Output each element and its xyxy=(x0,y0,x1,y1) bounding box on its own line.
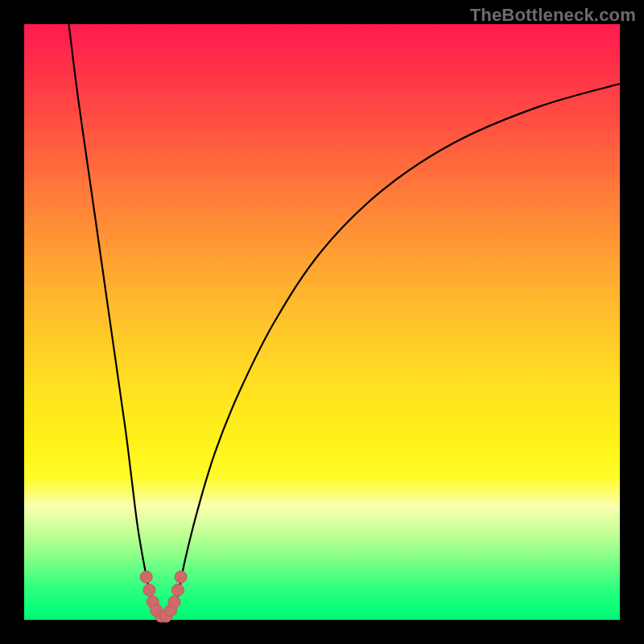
marker-dot xyxy=(168,596,180,608)
watermark-text: TheBottleneck.com xyxy=(470,5,636,26)
chart-svg xyxy=(24,24,620,620)
curve-left-branch xyxy=(69,24,155,614)
marker-dot xyxy=(171,584,184,597)
marker-dot xyxy=(143,584,155,597)
marker-dot xyxy=(175,571,187,583)
marker-cluster xyxy=(140,571,187,622)
curve-right-branch xyxy=(173,84,620,614)
marker-dot xyxy=(140,571,152,583)
